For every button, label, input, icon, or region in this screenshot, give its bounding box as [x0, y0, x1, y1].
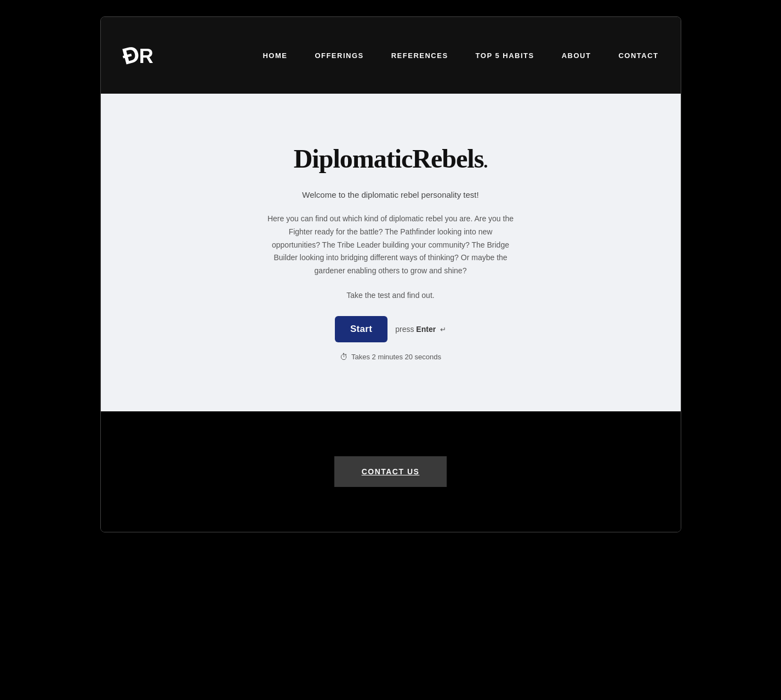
- nav-item-top5habits[interactable]: TOP 5 HABITS: [476, 50, 534, 60]
- start-button[interactable]: Start: [335, 316, 387, 342]
- start-row: Start press Enter ↵: [335, 316, 446, 342]
- site-title-dot: .: [483, 152, 487, 171]
- press-word: press: [395, 325, 414, 334]
- logo-d-letter: Đ: [120, 42, 141, 68]
- browser-window: ĐR HOME OFFERINGS REFERENCES TOP 5 HABIT…: [100, 16, 681, 532]
- take-test-text: Take the test and find out.: [346, 291, 434, 300]
- nav-link-about[interactable]: ABOUT: [562, 51, 591, 60]
- nav-item-home[interactable]: HOME: [263, 50, 287, 60]
- time-info: ⏱ Takes 2 minutes 20 seconds: [340, 352, 441, 362]
- description-text: Here you can find out which kind of dipl…: [265, 213, 517, 278]
- welcome-text: Welcome to the diplomatic rebel personal…: [302, 190, 478, 199]
- enter-icon: ↵: [440, 325, 446, 334]
- nav-link-offerings[interactable]: OFFERINGS: [315, 51, 363, 60]
- nav-item-references[interactable]: REFERENCES: [391, 50, 448, 60]
- nav-link-home[interactable]: HOME: [263, 51, 287, 60]
- nav-links: HOME OFFERINGS REFERENCES TOP 5 HABITS A…: [263, 50, 658, 60]
- nav-item-contact[interactable]: CONTACT: [618, 50, 658, 60]
- site-title-text: DiplomaticRebels: [294, 144, 484, 173]
- logo-r-letter: R: [139, 47, 152, 66]
- contact-us-button[interactable]: CONTACT US: [334, 456, 447, 487]
- clock-icon: ⏱: [340, 352, 348, 362]
- site-title: DiplomaticRebels.: [294, 144, 488, 174]
- footer: CONTACT US: [101, 411, 681, 532]
- main-content: DiplomaticRebels. Welcome to the diploma…: [101, 94, 681, 411]
- nav-link-contact[interactable]: CONTACT: [618, 51, 658, 60]
- navbar: ĐR HOME OFFERINGS REFERENCES TOP 5 HABIT…: [101, 17, 681, 94]
- nav-link-top5habits[interactable]: TOP 5 HABITS: [476, 51, 534, 60]
- nav-item-offerings[interactable]: OFFERINGS: [315, 50, 363, 60]
- time-label: Takes 2 minutes 20 seconds: [351, 353, 441, 361]
- logo[interactable]: ĐR: [123, 44, 152, 67]
- enter-word: Enter: [416, 325, 436, 334]
- nav-link-references[interactable]: REFERENCES: [391, 51, 448, 60]
- nav-item-about[interactable]: ABOUT: [562, 50, 591, 60]
- press-enter-label: press Enter ↵: [395, 325, 446, 334]
